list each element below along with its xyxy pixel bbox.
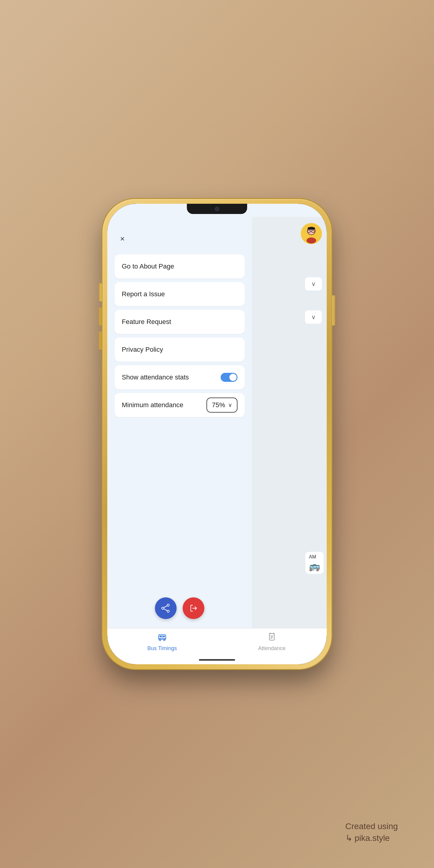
front-camera (215, 207, 219, 211)
bus-nav-label: Bus Timings (147, 645, 177, 652)
share-button[interactable] (155, 597, 177, 619)
dropdown-chevron-icon: ∨ (228, 402, 232, 408)
menu-item-report[interactable]: Report a Issue (115, 282, 245, 306)
bus-icon (157, 632, 167, 644)
menu-item-privacy[interactable]: Privacy Policy (115, 338, 245, 362)
svg-point-10 (167, 610, 169, 613)
share-icon (161, 604, 170, 613)
modal-header: × (107, 217, 252, 251)
phone-frame: ∨ ∨ AM 🚌 (102, 199, 332, 669)
menu-item-about[interactable]: Go to About Page (115, 254, 245, 278)
modal-items: Go to About Page Report a Issue Feature … (107, 251, 252, 591)
bg-screen: ∨ ∨ AM 🚌 (107, 217, 327, 628)
logout-icon (189, 604, 198, 613)
phone-inner: ∨ ∨ AM 🚌 (107, 204, 327, 664)
home-bar (199, 659, 235, 661)
modal-overlay: × Go to About Page Report a Issue (107, 217, 327, 628)
svg-line-12 (164, 609, 167, 611)
attendance-icon (267, 632, 277, 644)
svg-point-9 (162, 607, 164, 610)
svg-rect-15 (159, 636, 161, 637)
svg-point-8 (167, 604, 169, 607)
phone-screen: ∨ ∨ AM 🚌 (107, 204, 327, 664)
menu-item-attendance-stats[interactable]: Show attendance stats (115, 365, 245, 390)
attendance-nav-label: Attendance (258, 645, 285, 652)
close-button[interactable]: × (116, 232, 129, 245)
pika-line1: Created using (345, 820, 398, 832)
menu-item-feature[interactable]: Feature Request (115, 310, 245, 334)
menu-item-min-attendance: Minimum attendance 75% ∨ (115, 393, 245, 417)
modal-panel: × Go to About Page Report a Issue (107, 217, 252, 628)
logout-button[interactable] (183, 597, 204, 619)
notch (187, 204, 247, 214)
attendance-dropdown[interactable]: 75% ∨ (207, 398, 238, 412)
svg-rect-16 (163, 636, 165, 637)
modal-actions (107, 591, 252, 628)
attendance-stats-toggle[interactable] (221, 373, 238, 382)
home-indicator (107, 655, 327, 664)
toggle-knob (229, 374, 237, 381)
pika-line2: ↳ pika.style (345, 832, 398, 844)
nav-item-attendance[interactable]: Attendance (217, 632, 327, 652)
bottom-nav: Bus Timings Attendance (107, 628, 327, 655)
pika-credit: Created using ↳ pika.style (345, 820, 398, 844)
nav-item-bus[interactable]: Bus Timings (107, 632, 217, 652)
svg-line-11 (164, 606, 167, 608)
